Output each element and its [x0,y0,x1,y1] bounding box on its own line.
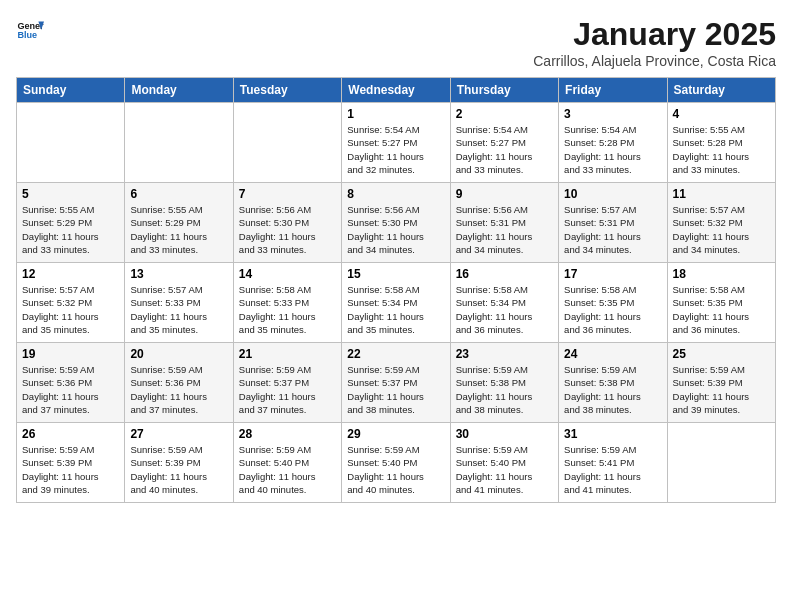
day-info: Sunrise: 5:58 AM Sunset: 5:35 PM Dayligh… [673,283,770,336]
day-info: Sunrise: 5:57 AM Sunset: 5:31 PM Dayligh… [564,203,661,256]
weekday-header: Saturday [667,78,775,103]
day-number: 9 [456,187,553,201]
day-info: Sunrise: 5:59 AM Sunset: 5:37 PM Dayligh… [239,363,336,416]
day-number: 30 [456,427,553,441]
calendar-cell: 13Sunrise: 5:57 AM Sunset: 5:33 PM Dayli… [125,263,233,343]
weekday-header: Monday [125,78,233,103]
day-info: Sunrise: 5:58 AM Sunset: 5:34 PM Dayligh… [456,283,553,336]
day-number: 8 [347,187,444,201]
day-info: Sunrise: 5:59 AM Sunset: 5:39 PM Dayligh… [22,443,119,496]
calendar-cell: 27Sunrise: 5:59 AM Sunset: 5:39 PM Dayli… [125,423,233,503]
day-number: 29 [347,427,444,441]
day-info: Sunrise: 5:57 AM Sunset: 5:32 PM Dayligh… [673,203,770,256]
calendar-title: January 2025 [533,16,776,53]
day-number: 18 [673,267,770,281]
logo-icon: General Blue [16,16,44,44]
day-number: 11 [673,187,770,201]
calendar-cell: 24Sunrise: 5:59 AM Sunset: 5:38 PM Dayli… [559,343,667,423]
day-number: 6 [130,187,227,201]
calendar-cell: 17Sunrise: 5:58 AM Sunset: 5:35 PM Dayli… [559,263,667,343]
calendar-cell: 1Sunrise: 5:54 AM Sunset: 5:27 PM Daylig… [342,103,450,183]
title-block: January 2025 Carrillos, Alajuela Provinc… [533,16,776,69]
day-number: 15 [347,267,444,281]
day-info: Sunrise: 5:59 AM Sunset: 5:36 PM Dayligh… [22,363,119,416]
calendar-cell: 10Sunrise: 5:57 AM Sunset: 5:31 PM Dayli… [559,183,667,263]
logo: General Blue [16,16,44,44]
calendar-week-row: 26Sunrise: 5:59 AM Sunset: 5:39 PM Dayli… [17,423,776,503]
day-info: Sunrise: 5:59 AM Sunset: 5:41 PM Dayligh… [564,443,661,496]
day-info: Sunrise: 5:59 AM Sunset: 5:37 PM Dayligh… [347,363,444,416]
calendar-cell: 29Sunrise: 5:59 AM Sunset: 5:40 PM Dayli… [342,423,450,503]
day-info: Sunrise: 5:56 AM Sunset: 5:30 PM Dayligh… [239,203,336,256]
page-header: General Blue January 2025 Carrillos, Ala… [16,16,776,69]
day-number: 26 [22,427,119,441]
weekday-header: Thursday [450,78,558,103]
day-info: Sunrise: 5:59 AM Sunset: 5:36 PM Dayligh… [130,363,227,416]
calendar-cell: 15Sunrise: 5:58 AM Sunset: 5:34 PM Dayli… [342,263,450,343]
calendar-cell: 8Sunrise: 5:56 AM Sunset: 5:30 PM Daylig… [342,183,450,263]
day-number: 2 [456,107,553,121]
day-number: 7 [239,187,336,201]
calendar-cell [17,103,125,183]
calendar-cell: 22Sunrise: 5:59 AM Sunset: 5:37 PM Dayli… [342,343,450,423]
day-info: Sunrise: 5:56 AM Sunset: 5:30 PM Dayligh… [347,203,444,256]
calendar-cell: 28Sunrise: 5:59 AM Sunset: 5:40 PM Dayli… [233,423,341,503]
calendar-cell: 21Sunrise: 5:59 AM Sunset: 5:37 PM Dayli… [233,343,341,423]
day-number: 31 [564,427,661,441]
day-number: 14 [239,267,336,281]
calendar-cell: 18Sunrise: 5:58 AM Sunset: 5:35 PM Dayli… [667,263,775,343]
day-info: Sunrise: 5:59 AM Sunset: 5:38 PM Dayligh… [564,363,661,416]
day-info: Sunrise: 5:59 AM Sunset: 5:38 PM Dayligh… [456,363,553,416]
calendar-week-row: 5Sunrise: 5:55 AM Sunset: 5:29 PM Daylig… [17,183,776,263]
day-info: Sunrise: 5:54 AM Sunset: 5:27 PM Dayligh… [347,123,444,176]
day-number: 10 [564,187,661,201]
calendar-cell: 11Sunrise: 5:57 AM Sunset: 5:32 PM Dayli… [667,183,775,263]
day-number: 5 [22,187,119,201]
calendar-week-row: 19Sunrise: 5:59 AM Sunset: 5:36 PM Dayli… [17,343,776,423]
day-number: 17 [564,267,661,281]
day-number: 28 [239,427,336,441]
day-info: Sunrise: 5:55 AM Sunset: 5:29 PM Dayligh… [22,203,119,256]
day-number: 1 [347,107,444,121]
calendar-cell: 25Sunrise: 5:59 AM Sunset: 5:39 PM Dayli… [667,343,775,423]
day-info: Sunrise: 5:59 AM Sunset: 5:40 PM Dayligh… [239,443,336,496]
calendar-cell: 6Sunrise: 5:55 AM Sunset: 5:29 PM Daylig… [125,183,233,263]
day-info: Sunrise: 5:54 AM Sunset: 5:27 PM Dayligh… [456,123,553,176]
calendar-week-row: 1Sunrise: 5:54 AM Sunset: 5:27 PM Daylig… [17,103,776,183]
calendar-cell: 12Sunrise: 5:57 AM Sunset: 5:32 PM Dayli… [17,263,125,343]
day-number: 24 [564,347,661,361]
day-info: Sunrise: 5:58 AM Sunset: 5:33 PM Dayligh… [239,283,336,336]
weekday-header-row: SundayMondayTuesdayWednesdayThursdayFrid… [17,78,776,103]
day-number: 25 [673,347,770,361]
calendar-cell: 16Sunrise: 5:58 AM Sunset: 5:34 PM Dayli… [450,263,558,343]
day-number: 23 [456,347,553,361]
day-number: 19 [22,347,119,361]
svg-text:Blue: Blue [17,30,37,40]
calendar-cell: 14Sunrise: 5:58 AM Sunset: 5:33 PM Dayli… [233,263,341,343]
day-info: Sunrise: 5:58 AM Sunset: 5:34 PM Dayligh… [347,283,444,336]
day-number: 12 [22,267,119,281]
day-number: 13 [130,267,227,281]
weekday-header: Wednesday [342,78,450,103]
calendar-cell: 31Sunrise: 5:59 AM Sunset: 5:41 PM Dayli… [559,423,667,503]
calendar-cell: 9Sunrise: 5:56 AM Sunset: 5:31 PM Daylig… [450,183,558,263]
day-info: Sunrise: 5:55 AM Sunset: 5:29 PM Dayligh… [130,203,227,256]
day-info: Sunrise: 5:58 AM Sunset: 5:35 PM Dayligh… [564,283,661,336]
weekday-header: Sunday [17,78,125,103]
weekday-header: Friday [559,78,667,103]
calendar-cell: 26Sunrise: 5:59 AM Sunset: 5:39 PM Dayli… [17,423,125,503]
day-info: Sunrise: 5:55 AM Sunset: 5:28 PM Dayligh… [673,123,770,176]
day-info: Sunrise: 5:59 AM Sunset: 5:39 PM Dayligh… [130,443,227,496]
calendar-cell: 20Sunrise: 5:59 AM Sunset: 5:36 PM Dayli… [125,343,233,423]
day-number: 22 [347,347,444,361]
calendar-week-row: 12Sunrise: 5:57 AM Sunset: 5:32 PM Dayli… [17,263,776,343]
calendar-cell [233,103,341,183]
calendar-cell: 7Sunrise: 5:56 AM Sunset: 5:30 PM Daylig… [233,183,341,263]
day-number: 3 [564,107,661,121]
day-number: 20 [130,347,227,361]
day-number: 16 [456,267,553,281]
calendar-cell [667,423,775,503]
day-info: Sunrise: 5:56 AM Sunset: 5:31 PM Dayligh… [456,203,553,256]
day-info: Sunrise: 5:57 AM Sunset: 5:32 PM Dayligh… [22,283,119,336]
day-info: Sunrise: 5:59 AM Sunset: 5:40 PM Dayligh… [347,443,444,496]
